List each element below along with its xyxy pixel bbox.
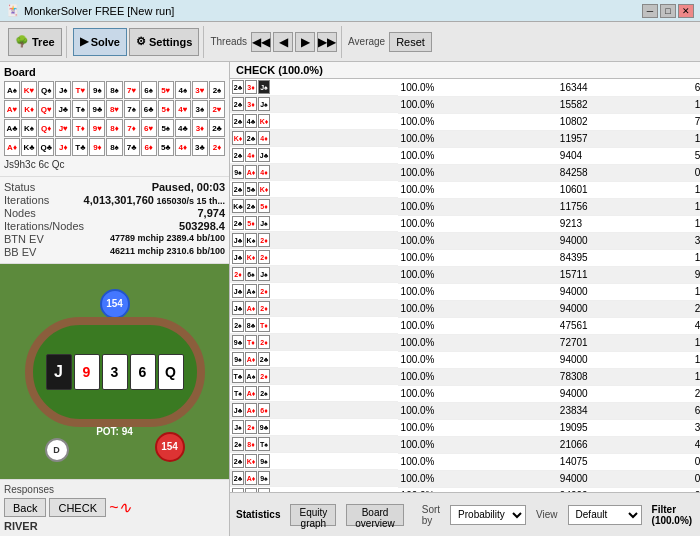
reset-button[interactable]: Reset	[389, 32, 432, 52]
equity-graph-button[interactable]: Equity graph	[290, 504, 336, 526]
card-6-club[interactable]: 6♣	[141, 100, 157, 118]
cards-cell[interactable]: 2♣A♦9♠	[230, 470, 398, 487]
threads-left2-button[interactable]: ◀	[273, 32, 293, 52]
card-8-spade[interactable]: 8♠	[106, 81, 122, 99]
card-J-heart[interactable]: J♥	[55, 119, 71, 137]
card-Q-club[interactable]: Q♣	[38, 138, 54, 156]
cards-cell[interactable]: 2♣3♦J♠	[230, 79, 398, 96]
cards-cell[interactable]: 9♠A♦4♦	[230, 164, 398, 181]
responses-section: Responses Back CHECK ~∿ RIVER	[0, 479, 229, 536]
card-3-spade[interactable]: 3♠	[192, 100, 208, 118]
threads-right-button[interactable]: ▶	[295, 32, 315, 52]
card-T-club[interactable]: T♣	[72, 138, 88, 156]
card-6-spade[interactable]: 6♠	[141, 81, 157, 99]
card-T-diamond[interactable]: T♦	[72, 119, 88, 137]
cards-cell[interactable]: K♦2♣4♦	[230, 130, 398, 147]
card-4-club[interactable]: 4♣	[175, 119, 191, 137]
card-Q-diamond[interactable]: Q♦	[38, 119, 54, 137]
back-button[interactable]: Back	[4, 498, 46, 517]
sort-by-dropdown[interactable]: Probability EV Frequency	[450, 505, 526, 525]
card-6-heart[interactable]: 6♥	[141, 119, 157, 137]
cards-cell[interactable]: 2♣5♦J♠	[230, 215, 398, 232]
card-7-spade[interactable]: 7♠	[124, 100, 140, 118]
card-3-heart[interactable]: 3♥	[192, 81, 208, 99]
card-K-heart[interactable]: K♥	[21, 81, 37, 99]
card-A-club[interactable]: A♣	[4, 119, 20, 137]
card-J-diamond[interactable]: J♦	[55, 138, 71, 156]
cards-cell[interactable]: 2♠8♦T♠	[230, 436, 398, 453]
card-7-heart[interactable]: 7♥	[124, 81, 140, 99]
cards-cell[interactable]: K♣2♣5♦	[230, 198, 398, 215]
card-8-heart[interactable]: 8♥	[106, 100, 122, 118]
card-2-club[interactable]: 2♣	[209, 119, 225, 137]
card-A-heart[interactable]: A♥	[4, 100, 20, 118]
table-row: J♣A♦2♦100.0%940002	[230, 300, 700, 317]
maximize-button[interactable]: □	[660, 4, 676, 18]
card-8-spade[interactable]: 8♠	[106, 138, 122, 156]
cards-cell[interactable]: 9♣T♦2♦	[230, 334, 398, 351]
card-3-diamond[interactable]: 3♦	[192, 119, 208, 137]
card-9-club[interactable]: 9♣	[89, 100, 105, 118]
solve-button[interactable]: ▶ Solve	[73, 28, 127, 56]
card-K-spade[interactable]: K♠	[21, 119, 37, 137]
card-A-diamond[interactable]: A♦	[4, 138, 20, 156]
card-K-club[interactable]: K♣	[21, 138, 37, 156]
cards-cell[interactable]: 2♣4♦J♣	[230, 147, 398, 164]
mini-card: 2♣	[232, 80, 244, 94]
settings-button[interactable]: ⚙ Settings	[129, 28, 199, 56]
card-5-spade[interactable]: 5♠	[158, 119, 174, 137]
cards-cell[interactable]: J♣K♦2♦	[230, 249, 398, 266]
card-3-club[interactable]: 3♣	[192, 138, 208, 156]
num1-cell: 19095	[557, 419, 692, 436]
card-5-diamond[interactable]: 5♦	[158, 100, 174, 118]
card-8-diamond[interactable]: 8♦	[106, 119, 122, 137]
card-Q-spade[interactable]: Q♠	[38, 81, 54, 99]
threads-left-button[interactable]: ◀◀	[251, 32, 271, 52]
cards-cell[interactable]: 2♣5♣K♦	[230, 181, 398, 198]
card-6-diamond[interactable]: 6♦	[141, 138, 157, 156]
cards-cell[interactable]: 2♣3♦J♠	[230, 96, 398, 113]
tree-button[interactable]: 🌳 Tree	[8, 28, 62, 56]
board-overview-button[interactable]: Board overview	[346, 504, 403, 526]
card-5-club[interactable]: 5♣	[158, 138, 174, 156]
cards-cell[interactable]: T♣A♠2♦	[230, 368, 398, 385]
card-2-spade[interactable]: 2♠	[209, 81, 225, 99]
cards-cell[interactable]: 2♠8♣T♦	[230, 317, 398, 334]
card-9-spade[interactable]: 9♠	[89, 81, 105, 99]
card-5-heart[interactable]: 5♥	[158, 81, 174, 99]
data-table-container[interactable]: 2♣3♦J♠100.0%163446.972♣3♦J♠100.0%1558212…	[230, 79, 700, 492]
card-4-diamond[interactable]: 4♦	[175, 138, 191, 156]
cards-cell[interactable]: J♣A♦2♦	[230, 300, 398, 317]
card-2-heart[interactable]: 2♥	[209, 100, 225, 118]
cards-cell[interactable]: 2♣4♣K♦	[230, 113, 398, 130]
cards-cell[interactable]: J♣A♦6♦	[230, 402, 398, 419]
cards-cell[interactable]: J♣K♠2♦	[230, 232, 398, 249]
card-T-heart[interactable]: T♥	[72, 81, 88, 99]
card-K-diamond[interactable]: K♦	[21, 100, 37, 118]
card-4-spade[interactable]: 4♠	[175, 81, 191, 99]
card-Q-heart[interactable]: Q♥	[38, 100, 54, 118]
card-2-diamond[interactable]: 2♦	[209, 138, 225, 156]
num2-cell: 2.87	[692, 385, 700, 402]
cards-cell[interactable]: 9♠A♦2♣	[230, 351, 398, 368]
card-7-club[interactable]: 7♣	[124, 138, 140, 156]
card-J-club[interactable]: J♣	[55, 100, 71, 118]
card-J-spade[interactable]: J♠	[55, 81, 71, 99]
card-T-spade[interactable]: T♠	[72, 100, 88, 118]
card-A-spade[interactable]: A♠	[4, 81, 20, 99]
view-dropdown[interactable]: Default Compact Expanded	[568, 505, 642, 525]
minimize-button[interactable]: ─	[642, 4, 658, 18]
cards-cell[interactable]: J♠2♦9♣	[230, 419, 398, 436]
mini-card: 2♠	[232, 318, 244, 332]
card-9-heart[interactable]: 9♥	[89, 119, 105, 137]
cards-cell[interactable]: T♠A♦2♠	[230, 385, 398, 402]
cards-cell[interactable]: J♣A♠2♦	[230, 283, 398, 300]
check-button[interactable]: CHECK	[49, 498, 106, 517]
cards-cell[interactable]: 2♣K♦9♠	[230, 453, 398, 470]
card-4-heart[interactable]: 4♥	[175, 100, 191, 118]
card-9-diamond[interactable]: 9♦	[89, 138, 105, 156]
close-button[interactable]: ✕	[678, 4, 694, 18]
cards-cell[interactable]: 2♦6♠J♠	[230, 266, 398, 283]
card-7-diamond[interactable]: 7♦	[124, 119, 140, 137]
threads-right2-button[interactable]: ▶▶	[317, 32, 337, 52]
